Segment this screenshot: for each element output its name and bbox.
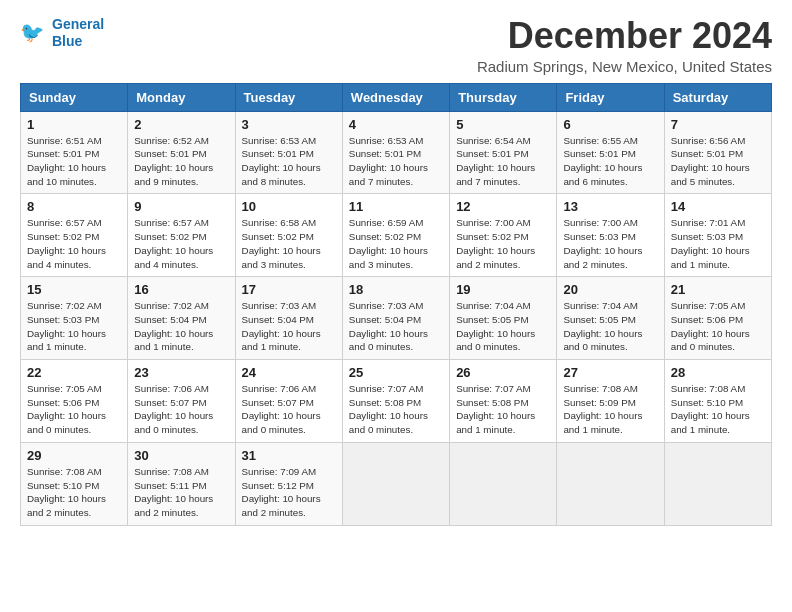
day-number: 1: [27, 117, 121, 132]
calendar-cell: 14Sunrise: 7:01 AM Sunset: 5:03 PM Dayli…: [664, 194, 771, 277]
day-info: Sunrise: 6:51 AM Sunset: 5:01 PM Dayligh…: [27, 134, 121, 189]
day-info: Sunrise: 6:53 AM Sunset: 5:01 PM Dayligh…: [349, 134, 443, 189]
day-info: Sunrise: 6:57 AM Sunset: 5:02 PM Dayligh…: [134, 216, 228, 271]
column-header-friday: Friday: [557, 83, 664, 111]
day-info: Sunrise: 6:57 AM Sunset: 5:02 PM Dayligh…: [27, 216, 121, 271]
day-info: Sunrise: 7:08 AM Sunset: 5:11 PM Dayligh…: [134, 465, 228, 520]
day-number: 26: [456, 365, 550, 380]
day-info: Sunrise: 6:56 AM Sunset: 5:01 PM Dayligh…: [671, 134, 765, 189]
day-number: 13: [563, 199, 657, 214]
column-header-monday: Monday: [128, 83, 235, 111]
calendar-cell: 16Sunrise: 7:02 AM Sunset: 5:04 PM Dayli…: [128, 277, 235, 360]
calendar-cell: 5Sunrise: 6:54 AM Sunset: 5:01 PM Daylig…: [450, 111, 557, 194]
day-info: Sunrise: 7:08 AM Sunset: 5:10 PM Dayligh…: [27, 465, 121, 520]
day-number: 12: [456, 199, 550, 214]
calendar-cell: 4Sunrise: 6:53 AM Sunset: 5:01 PM Daylig…: [342, 111, 449, 194]
column-header-tuesday: Tuesday: [235, 83, 342, 111]
day-number: 24: [242, 365, 336, 380]
calendar-cell: [664, 442, 771, 525]
calendar-cell: 21Sunrise: 7:05 AM Sunset: 5:06 PM Dayli…: [664, 277, 771, 360]
calendar-cell: 7Sunrise: 6:56 AM Sunset: 5:01 PM Daylig…: [664, 111, 771, 194]
day-number: 29: [27, 448, 121, 463]
logo: 🐦 General Blue: [20, 16, 104, 50]
day-number: 31: [242, 448, 336, 463]
column-header-saturday: Saturday: [664, 83, 771, 111]
day-number: 10: [242, 199, 336, 214]
column-header-thursday: Thursday: [450, 83, 557, 111]
calendar-week-4: 22Sunrise: 7:05 AM Sunset: 5:06 PM Dayli…: [21, 360, 772, 443]
day-info: Sunrise: 7:08 AM Sunset: 5:10 PM Dayligh…: [671, 382, 765, 437]
calendar-cell: [557, 442, 664, 525]
day-number: 11: [349, 199, 443, 214]
day-info: Sunrise: 7:09 AM Sunset: 5:12 PM Dayligh…: [242, 465, 336, 520]
day-number: 17: [242, 282, 336, 297]
calendar-table: SundayMondayTuesdayWednesdayThursdayFrid…: [20, 83, 772, 526]
day-info: Sunrise: 7:02 AM Sunset: 5:03 PM Dayligh…: [27, 299, 121, 354]
day-number: 21: [671, 282, 765, 297]
day-info: Sunrise: 7:07 AM Sunset: 5:08 PM Dayligh…: [456, 382, 550, 437]
calendar-cell: 3Sunrise: 6:53 AM Sunset: 5:01 PM Daylig…: [235, 111, 342, 194]
day-number: 27: [563, 365, 657, 380]
calendar-cell: 15Sunrise: 7:02 AM Sunset: 5:03 PM Dayli…: [21, 277, 128, 360]
day-number: 9: [134, 199, 228, 214]
calendar-cell: 28Sunrise: 7:08 AM Sunset: 5:10 PM Dayli…: [664, 360, 771, 443]
calendar-cell: 10Sunrise: 6:58 AM Sunset: 5:02 PM Dayli…: [235, 194, 342, 277]
svg-text:🐦: 🐦: [20, 19, 45, 43]
day-number: 2: [134, 117, 228, 132]
day-number: 15: [27, 282, 121, 297]
day-number: 23: [134, 365, 228, 380]
calendar-week-2: 8Sunrise: 6:57 AM Sunset: 5:02 PM Daylig…: [21, 194, 772, 277]
day-number: 20: [563, 282, 657, 297]
calendar-cell: 6Sunrise: 6:55 AM Sunset: 5:01 PM Daylig…: [557, 111, 664, 194]
day-info: Sunrise: 7:00 AM Sunset: 5:02 PM Dayligh…: [456, 216, 550, 271]
day-info: Sunrise: 7:07 AM Sunset: 5:08 PM Dayligh…: [349, 382, 443, 437]
day-number: 4: [349, 117, 443, 132]
day-number: 28: [671, 365, 765, 380]
day-number: 22: [27, 365, 121, 380]
day-info: Sunrise: 7:03 AM Sunset: 5:04 PM Dayligh…: [242, 299, 336, 354]
day-info: Sunrise: 7:05 AM Sunset: 5:06 PM Dayligh…: [671, 299, 765, 354]
calendar-cell: 1Sunrise: 6:51 AM Sunset: 5:01 PM Daylig…: [21, 111, 128, 194]
day-info: Sunrise: 7:06 AM Sunset: 5:07 PM Dayligh…: [242, 382, 336, 437]
day-number: 3: [242, 117, 336, 132]
day-info: Sunrise: 7:08 AM Sunset: 5:09 PM Dayligh…: [563, 382, 657, 437]
day-number: 16: [134, 282, 228, 297]
day-number: 30: [134, 448, 228, 463]
logo-blue: Blue: [52, 33, 104, 50]
calendar-cell: 8Sunrise: 6:57 AM Sunset: 5:02 PM Daylig…: [21, 194, 128, 277]
calendar-cell: 26Sunrise: 7:07 AM Sunset: 5:08 PM Dayli…: [450, 360, 557, 443]
day-info: Sunrise: 6:53 AM Sunset: 5:01 PM Dayligh…: [242, 134, 336, 189]
day-info: Sunrise: 7:04 AM Sunset: 5:05 PM Dayligh…: [456, 299, 550, 354]
header-row: SundayMondayTuesdayWednesdayThursdayFrid…: [21, 83, 772, 111]
calendar-week-1: 1Sunrise: 6:51 AM Sunset: 5:01 PM Daylig…: [21, 111, 772, 194]
calendar-cell: 23Sunrise: 7:06 AM Sunset: 5:07 PM Dayli…: [128, 360, 235, 443]
calendar-cell: 2Sunrise: 6:52 AM Sunset: 5:01 PM Daylig…: [128, 111, 235, 194]
calendar-cell: 20Sunrise: 7:04 AM Sunset: 5:05 PM Dayli…: [557, 277, 664, 360]
calendar-cell: 27Sunrise: 7:08 AM Sunset: 5:09 PM Dayli…: [557, 360, 664, 443]
day-info: Sunrise: 6:58 AM Sunset: 5:02 PM Dayligh…: [242, 216, 336, 271]
day-info: Sunrise: 7:02 AM Sunset: 5:04 PM Dayligh…: [134, 299, 228, 354]
day-info: Sunrise: 6:54 AM Sunset: 5:01 PM Dayligh…: [456, 134, 550, 189]
calendar-cell: 25Sunrise: 7:07 AM Sunset: 5:08 PM Dayli…: [342, 360, 449, 443]
page-title: December 2024: [477, 16, 772, 56]
day-info: Sunrise: 7:06 AM Sunset: 5:07 PM Dayligh…: [134, 382, 228, 437]
day-number: 19: [456, 282, 550, 297]
calendar-cell: 22Sunrise: 7:05 AM Sunset: 5:06 PM Dayli…: [21, 360, 128, 443]
calendar-cell: 19Sunrise: 7:04 AM Sunset: 5:05 PM Dayli…: [450, 277, 557, 360]
title-block: December 2024 Radium Springs, New Mexico…: [477, 16, 772, 75]
day-info: Sunrise: 6:59 AM Sunset: 5:02 PM Dayligh…: [349, 216, 443, 271]
calendar-week-3: 15Sunrise: 7:02 AM Sunset: 5:03 PM Dayli…: [21, 277, 772, 360]
calendar-cell: 24Sunrise: 7:06 AM Sunset: 5:07 PM Dayli…: [235, 360, 342, 443]
calendar-cell: [450, 442, 557, 525]
day-info: Sunrise: 7:03 AM Sunset: 5:04 PM Dayligh…: [349, 299, 443, 354]
page-header: 🐦 General Blue December 2024 Radium Spri…: [20, 16, 772, 75]
calendar-cell: 11Sunrise: 6:59 AM Sunset: 5:02 PM Dayli…: [342, 194, 449, 277]
calendar-cell: 18Sunrise: 7:03 AM Sunset: 5:04 PM Dayli…: [342, 277, 449, 360]
day-info: Sunrise: 7:04 AM Sunset: 5:05 PM Dayligh…: [563, 299, 657, 354]
calendar-cell: 12Sunrise: 7:00 AM Sunset: 5:02 PM Dayli…: [450, 194, 557, 277]
calendar-cell: 30Sunrise: 7:08 AM Sunset: 5:11 PM Dayli…: [128, 442, 235, 525]
page-subtitle: Radium Springs, New Mexico, United State…: [477, 58, 772, 75]
logo-general: General: [52, 16, 104, 32]
day-info: Sunrise: 7:01 AM Sunset: 5:03 PM Dayligh…: [671, 216, 765, 271]
day-number: 25: [349, 365, 443, 380]
